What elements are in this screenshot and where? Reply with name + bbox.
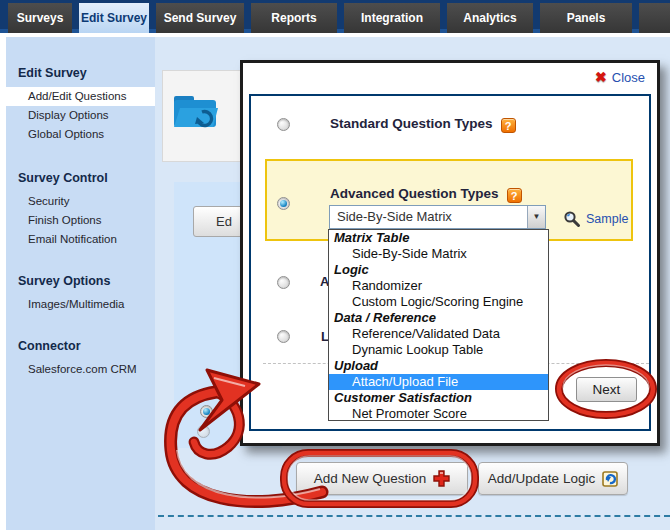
sidebar-section-title: Edit Survey <box>6 65 155 81</box>
help-icon[interactable]: ? <box>501 118 516 133</box>
add-update-logic-button[interactable]: Add/Update Logic <box>478 462 628 495</box>
question-separator-dashed-line <box>158 515 670 517</box>
dropdown-option-custom-logic-scoring-engine[interactable]: Custom Logic/Scoring Engine <box>329 294 548 310</box>
sidebar-item-global-options[interactable]: Global Options <box>6 125 155 144</box>
add-new-question-button[interactable]: Add New Question <box>296 462 468 495</box>
dropdown-option-attach-upload-file[interactable]: Attach/Upload File <box>329 374 548 390</box>
dropdown-option-reference-validated-data[interactable]: Reference/Validated Data <box>329 326 548 342</box>
close-label: Close <box>612 70 645 85</box>
sidebar: Edit SurveyAdd/Edit QuestionsDisplay Opt… <box>6 37 155 530</box>
advanced-types-label[interactable]: Advanced Question Types? <box>330 186 522 203</box>
general-radio-unselected[interactable] <box>197 425 210 438</box>
add-new-question-label: Add New Question <box>314 471 427 486</box>
sidebar-item-images-multimedia[interactable]: Images/Multimedia <box>6 295 155 314</box>
sidebar-item-email-notification[interactable]: Email Notification <box>6 230 155 249</box>
dropdown-option-upload[interactable]: Upload <box>329 358 548 374</box>
standard-types-radio[interactable] <box>277 118 290 131</box>
dropdown-option-customer-satisfaction[interactable]: Customer Satisfaction <box>329 390 548 406</box>
top-tab-bar: SurveysEdit SurveySend SurveyReportsInte… <box>0 0 670 33</box>
close-icon: ✖ <box>595 69 607 85</box>
tab-surveys[interactable]: Surveys <box>8 3 72 33</box>
folder-refresh-icon[interactable] <box>171 90 219 132</box>
tab-edit-survey[interactable]: Edit Survey <box>79 3 149 33</box>
question-type-dropdown-list: Matrix TableSide-By-Side MatrixLogicRand… <box>328 229 549 421</box>
standard-types-label[interactable]: Standard Question Types? <box>330 116 516 133</box>
sidebar-section-title: Survey Control <box>6 170 155 186</box>
dropdown-option-dynamic-lookup-table[interactable]: Dynamic Lookup Table <box>329 342 548 358</box>
red-plus-icon <box>433 470 450 487</box>
tab-partial[interactable] <box>639 3 670 33</box>
general-radio-selected[interactable] <box>200 405 213 418</box>
dropdown-option-randomizer[interactable]: Randomizer <box>329 278 548 294</box>
logic-icon <box>602 471 618 487</box>
standard-types-text: Standard Question Types <box>330 116 493 131</box>
sidebar-item-finish-options[interactable]: Finish Options <box>6 211 155 230</box>
next-button[interactable]: Next <box>576 377 637 402</box>
general-heading-fragment: Gen <box>198 386 223 401</box>
tab-analytics[interactable]: Analytics <box>447 3 533 33</box>
tab-reports[interactable]: Reports <box>251 3 337 33</box>
tab-panels[interactable]: Panels <box>540 3 632 33</box>
dropdown-option-net-promoter-score[interactable]: Net Promoter Score <box>329 406 548 421</box>
sidebar-section-title: Survey Options <box>6 273 155 289</box>
sidebar-section-title: Connector <box>6 338 155 354</box>
tab-send-survey[interactable]: Send Survey <box>156 3 244 33</box>
chevron-down-icon[interactable]: ▼ <box>527 206 545 228</box>
sidebar-item-security[interactable]: Security <box>6 192 155 211</box>
add-question-dialog: ✖ Close Standard Question Types? Advance… <box>240 60 660 446</box>
fourth-option-radio[interactable] <box>277 330 290 343</box>
sidebar-item-add-edit-questions[interactable]: Add/Edit Questions <box>6 87 155 106</box>
close-button[interactable]: ✖ Close <box>595 69 645 85</box>
sample-link[interactable]: Sample <box>563 210 628 228</box>
dropdown-option-logic[interactable]: Logic <box>329 262 548 278</box>
app-window: SurveysEdit SurveySend SurveyReportsInte… <box>0 0 670 530</box>
tab-integration[interactable]: Integration <box>344 3 440 33</box>
advanced-types-radio[interactable] <box>277 197 290 210</box>
question-type-select[interactable]: Side-By-Side Matrix ▼ <box>329 205 546 229</box>
help-icon[interactable]: ? <box>507 188 522 203</box>
dropdown-option-side-by-side-matrix[interactable]: Side-By-Side Matrix <box>329 246 548 262</box>
sidebar-item-salesforce-com-crm[interactable]: Salesforce.com CRM <box>6 360 155 379</box>
add-update-logic-label: Add/Update Logic <box>488 471 595 486</box>
magnifier-icon <box>563 210 581 228</box>
third-option-radio[interactable] <box>277 276 290 289</box>
sample-label: Sample <box>586 212 628 226</box>
select-value: Side-By-Side Matrix <box>337 209 452 224</box>
dropdown-option-data-reference[interactable]: Data / Reference <box>329 310 548 326</box>
sidebar-item-display-options[interactable]: Display Options <box>6 106 155 125</box>
dropdown-option-matrix-table[interactable]: Matrix Table <box>329 230 548 246</box>
advanced-types-text: Advanced Question Types <box>330 186 499 201</box>
